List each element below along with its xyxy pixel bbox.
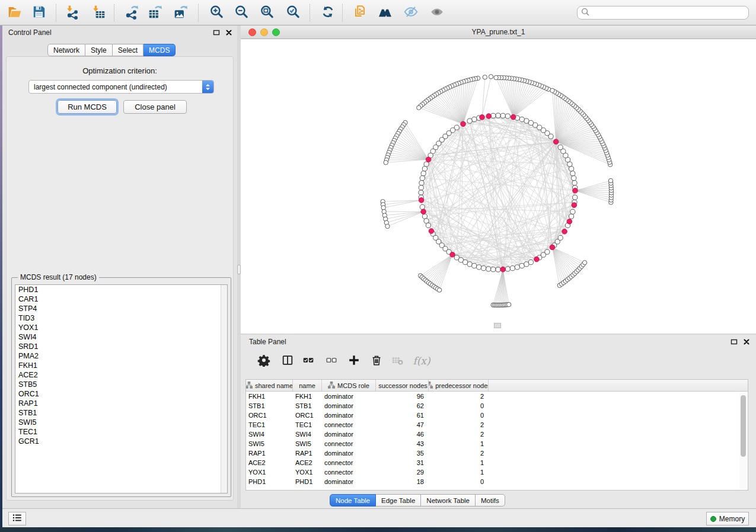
cell-name[interactable]: TEC1 [293,420,322,430]
cell-successor-nodes[interactable]: 96 [376,392,429,401]
export-table-button[interactable] [145,2,165,23]
float-panel-icon[interactable] [213,29,220,38]
cell-shared-name[interactable]: FKH1 [246,392,293,401]
mcds-result-item[interactable]: STP4 [15,304,227,313]
cell-successor-nodes[interactable]: 29 [376,467,429,477]
share-session-button[interactable] [350,2,370,23]
tab-network[interactable]: Network [47,44,85,56]
column-header-name[interactable]: name [293,380,322,391]
cell-name[interactable]: SWI4 [293,430,322,439]
tab-mcds[interactable]: MCDS [143,44,176,56]
mcds-result-item[interactable]: PHD1 [15,285,227,294]
task-history-button[interactable] [8,512,26,525]
cell-name[interactable]: ORC1 [293,411,322,420]
first-neighbors-button[interactable] [375,2,395,23]
mcds-result-item[interactable]: SWI4 [15,332,227,342]
search-input[interactable] [592,9,748,17]
cell-MCDS-role[interactable]: connector [322,467,376,477]
settings-button[interactable] [255,352,273,370]
clear-selection-button[interactable] [323,352,340,370]
table-scrollbar-thumb[interactable] [741,395,746,457]
cell-MCDS-role[interactable]: dominator [322,477,376,486]
tab-network-table[interactable]: Network Table [421,494,476,507]
cell-name[interactable]: YOX1 [293,467,322,477]
close-panel-icon[interactable] [225,29,232,38]
cell-successor-nodes[interactable]: 62 [376,401,429,411]
cell-shared-name[interactable]: SWI4 [246,430,293,439]
tab-style[interactable]: Style [85,44,113,56]
cell-predecessor-nodes[interactable]: 2 [429,430,489,439]
cell-successor-nodes[interactable]: 46 [376,430,429,439]
network-canvas[interactable] [241,39,756,334]
mcds-result-item[interactable]: SRD1 [15,342,227,351]
table-row[interactable]: TEC1TEC1connector472 [246,420,748,430]
cell-name[interactable]: PHD1 [293,477,322,486]
cell-predecessor-nodes[interactable]: 0 [429,477,489,486]
close-panel-icon[interactable] [743,338,750,347]
cell-successor-nodes[interactable]: 47 [376,420,429,430]
cell-successor-nodes[interactable]: 31 [376,458,429,467]
cell-MCDS-role[interactable]: connector [322,439,376,448]
refresh-view-button[interactable] [318,2,338,23]
cell-predecessor-nodes[interactable]: 1 [429,439,489,448]
table-scrollbar[interactable] [739,393,747,489]
cell-successor-nodes[interactable]: 35 [376,448,429,458]
mcds-result-item[interactable]: ORC1 [15,389,227,399]
mcds-result-item[interactable]: STB1 [15,408,227,418]
mcds-result-item[interactable]: SWI5 [15,418,227,427]
cell-name[interactable]: RAP1 [293,448,322,458]
table-row[interactable]: FKH1FKH1dominator962 [246,392,748,401]
cell-MCDS-role[interactable]: dominator [322,448,376,458]
cell-shared-name[interactable]: YOX1 [246,467,293,477]
cell-shared-name[interactable]: ORC1 [246,411,293,420]
table-row[interactable]: PHD1PHD1dominator180 [246,477,748,486]
mcds-result-item[interactable]: STB5 [15,380,227,389]
cell-successor-nodes[interactable]: 18 [376,477,429,486]
mcds-result-item[interactable]: TID3 [15,313,227,323]
cell-MCDS-role[interactable]: dominator [322,411,376,420]
table-row[interactable]: YOX1YOX1connector291 [246,467,748,477]
cell-name[interactable]: ACE2 [293,458,322,467]
cell-successor-nodes[interactable]: 43 [376,439,429,448]
cell-predecessor-nodes[interactable]: 1 [429,467,489,477]
cell-name[interactable]: FKH1 [293,392,322,401]
cell-shared-name[interactable]: SWI5 [246,439,293,448]
cell-shared-name[interactable]: RAP1 [246,448,293,458]
zoom-fit-button[interactable] [257,2,277,23]
cell-predecessor-nodes[interactable]: 2 [429,420,489,430]
export-image-button[interactable] [171,2,191,23]
mcds-result-item[interactable]: FKH1 [15,361,227,370]
cell-MCDS-role[interactable]: dominator [322,401,376,411]
column-header-shared-name[interactable]: shared name [246,380,293,391]
cell-predecessor-nodes[interactable]: 1 [429,458,489,467]
tab-motifs[interactable]: Motifs [476,494,505,507]
mcds-result-item[interactable]: RAP1 [15,399,227,408]
network-search-field[interactable] [577,6,749,20]
cell-MCDS-role[interactable]: dominator [322,392,376,401]
close-panel-button[interactable]: Close panel [123,100,187,114]
save-session-button[interactable] [29,2,49,23]
mcds-result-list[interactable]: PHD1CAR1STP4TID3YOX1SWI4SRD1PMA2FKH1ACE2… [15,284,228,493]
column-header-successor-nodes[interactable]: successor nodes [376,380,429,391]
import-table-button[interactable] [88,2,109,23]
delete-columns-button[interactable] [368,352,385,370]
show-all-button[interactable] [427,2,447,23]
zoom-out-button[interactable] [231,2,251,23]
mcds-result-item[interactable]: PMA2 [15,351,227,361]
cell-MCDS-role[interactable]: connector [322,458,376,467]
export-network-button[interactable] [122,2,142,23]
table-row[interactable]: ACE2ACE2connector311 [246,458,748,467]
cell-MCDS-role[interactable]: connector [322,420,376,430]
cell-MCDS-role[interactable]: dominator [322,430,376,439]
canvas-scroll-grip[interactable] [494,323,501,328]
cell-predecessor-nodes[interactable]: 0 [429,411,489,420]
float-panel-icon[interactable] [731,338,738,347]
memory-button[interactable]: Memory [706,512,749,525]
table-row[interactable]: SWI4SWI4dominator462 [246,430,748,439]
cell-successor-nodes[interactable]: 61 [376,411,429,420]
columns-button[interactable] [279,352,296,370]
table-row[interactable]: SWI5SWI5connector431 [246,439,748,448]
column-header-predecessor-nodes[interactable]: predecessor nodes [429,380,489,391]
cell-shared-name[interactable]: ACE2 [246,458,293,467]
column-header-MCDS-role[interactable]: MCDS role [322,380,376,391]
